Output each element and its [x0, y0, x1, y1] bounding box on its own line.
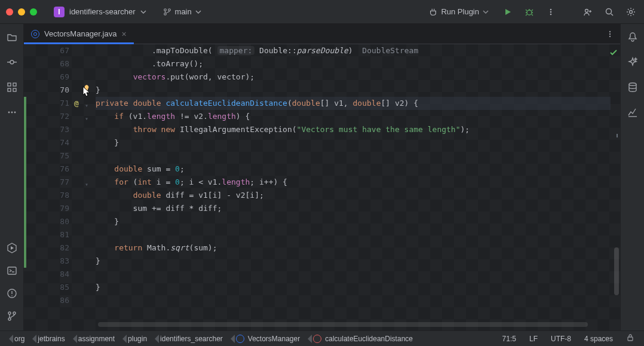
svg-point-5 [550, 11, 552, 13]
coverage-tool-button[interactable] [624, 104, 641, 121]
bulb-icon[interactable] [82, 84, 91, 97]
method-icon [313, 335, 321, 343]
svg-point-24 [609, 30, 611, 32]
ellipsis-icon [7, 107, 17, 118]
main-area: VectorsManager.java × 676869707172737475… [0, 24, 644, 330]
tab-list-button[interactable] [600, 24, 620, 44]
search-icon [605, 7, 614, 17]
chevron-right-icon [118, 335, 124, 343]
tab-title: VectorsManager.java [44, 29, 116, 38]
problems-tool-button[interactable] [4, 285, 20, 302]
project-name: identifiers-searcher [69, 7, 136, 16]
class-icon [31, 30, 39, 38]
notifications-tool-button[interactable] [624, 29, 641, 45]
terminal-tool-button[interactable] [4, 262, 20, 279]
chevron-down-icon [195, 9, 201, 15]
project-icon: I [54, 7, 65, 17]
editor-tabs: VectorsManager.java × [24, 24, 620, 44]
svg-point-28 [629, 83, 636, 85]
svg-point-7 [585, 9, 588, 12]
git-branch-icon [7, 311, 17, 321]
database-tool-button[interactable] [624, 79, 641, 96]
svg-point-26 [609, 35, 611, 36]
svg-point-4 [550, 8, 552, 10]
debug-button[interactable] [522, 5, 536, 19]
chevron-right-icon [303, 335, 309, 343]
readonly-toggle[interactable] [621, 333, 639, 344]
caret-position[interactable]: 71:5 [498, 335, 521, 343]
play-in-hex-icon [7, 243, 17, 253]
zoom-window-icon[interactable] [30, 8, 37, 16]
breadcrumb-item[interactable]: org [14, 335, 24, 343]
chevron-right-icon [5, 335, 11, 343]
svg-rect-14 [13, 88, 16, 91]
run-config-label: Run Plugin [441, 7, 479, 16]
svg-point-0 [164, 8, 166, 11]
svg-point-16 [11, 112, 13, 114]
commit-icon [7, 57, 17, 68]
project-switcher[interactable]: I identifiers-searcher [49, 4, 151, 20]
chevron-right-icon [69, 335, 75, 343]
bell-icon [627, 32, 638, 42]
kebab-icon [547, 8, 555, 16]
vertical-scrollbar[interactable] [614, 247, 619, 295]
project-tool-button[interactable] [4, 29, 20, 45]
line-separator[interactable]: LF [525, 335, 542, 343]
fold-icon[interactable]: ▾ [85, 99, 88, 112]
ide-settings-button[interactable] [624, 5, 638, 19]
breadcrumb-item[interactable]: plugin [128, 335, 147, 343]
code-editor[interactable]: 6768697071727374757677787980818283848586… [24, 44, 620, 330]
scroll-marker [617, 134, 618, 137]
terminal-icon [7, 265, 17, 276]
search-everywhere-button[interactable] [602, 5, 617, 19]
minimize-window-icon[interactable] [18, 8, 25, 16]
svg-rect-13 [8, 88, 11, 91]
gutter-annotations: @ ▾ ▾ ▾ [74, 44, 96, 330]
breadcrumb-item[interactable]: jetbrains [38, 335, 65, 343]
breadcrumb-item[interactable]: assignment [78, 335, 115, 343]
plugin-icon [429, 8, 437, 16]
close-window-icon[interactable] [6, 8, 13, 16]
more-tool-windows-button[interactable] [4, 104, 20, 121]
navigation-bar: org jetbrains assignment plugin identifi… [0, 330, 644, 346]
breadcrumb-item[interactable]: identifiers_searcher [160, 335, 223, 343]
breadcrumb-class[interactable]: VectorsManager [236, 335, 300, 343]
commit-tool-button[interactable] [4, 54, 20, 71]
inspection-ok-icon[interactable] [609, 48, 618, 61]
git-tool-button[interactable] [4, 308, 20, 324]
svg-point-9 [630, 10, 633, 13]
file-encoding[interactable]: UTF-8 [546, 335, 576, 343]
database-icon [627, 82, 638, 93]
breadcrumb-method[interactable]: calculateEuclideanDistance [313, 335, 413, 343]
indent-setting[interactable]: 4 spaces [579, 335, 618, 343]
run-button[interactable] [501, 5, 515, 19]
code-with-me-button[interactable] [581, 5, 595, 19]
svg-point-20 [11, 295, 13, 296]
svg-point-8 [606, 8, 612, 14]
branch-icon [163, 8, 171, 16]
collab-icon [583, 7, 593, 17]
svg-point-1 [164, 13, 166, 15]
run-configuration[interactable]: Run Plugin [424, 5, 493, 19]
chevron-down-icon [483, 9, 489, 15]
code-content[interactable]: .mapToDouble( mapper: Double::parseDoubl… [96, 44, 611, 330]
svg-rect-27 [85, 91, 88, 92]
svg-point-21 [8, 312, 11, 314]
fold-icon[interactable]: ▾ [85, 178, 88, 191]
chevron-right-icon [28, 335, 34, 343]
ai-assistant-tool-button[interactable] [624, 54, 641, 71]
structure-tool-button[interactable] [4, 79, 20, 96]
sparkle-icon [627, 57, 638, 68]
editor-tab[interactable]: VectorsManager.java × [24, 24, 134, 44]
window-controls [6, 8, 37, 16]
horizontal-scrollbar[interactable] [96, 321, 611, 328]
services-tool-button[interactable] [4, 240, 20, 256]
fold-icon[interactable]: ▾ [85, 112, 88, 125]
close-tab-icon[interactable]: × [121, 29, 126, 39]
override-gutter-icon[interactable]: @ [74, 97, 79, 110]
chevron-right-icon [151, 335, 157, 343]
more-actions-button[interactable] [544, 5, 558, 19]
vcs-branch-switcher[interactable]: main [160, 5, 205, 19]
editor-gutter[interactable]: 6768697071727374757677787980818283848586… [24, 44, 96, 330]
folder-icon [7, 32, 17, 42]
